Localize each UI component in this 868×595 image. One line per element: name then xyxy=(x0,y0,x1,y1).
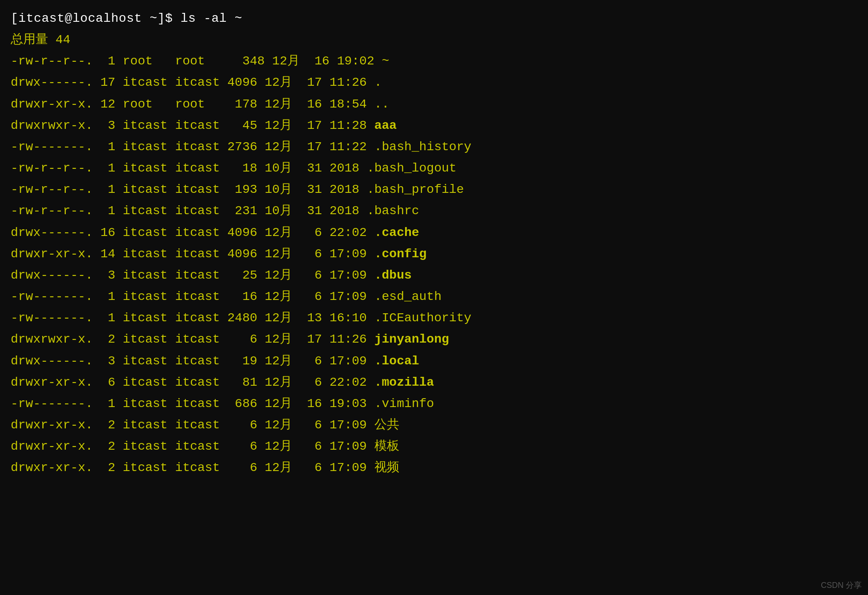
file-name-18: 模板 xyxy=(374,439,399,453)
file-listing: -rw-r--r--. 1 root root 348 12月 16 19:02… xyxy=(11,51,857,479)
file-entry-17: drwxr-xr-x. 2 itcast itcast 6 12月 6 17:0… xyxy=(11,415,857,436)
file-meta-6: -rw-r--r--. 1 itcast itcast 193 10月 31 2… xyxy=(11,183,367,196)
file-meta-5: -rw-r--r--. 1 itcast itcast 18 10月 31 20… xyxy=(11,161,367,175)
file-entry-18: drwxr-xr-x. 2 itcast itcast 6 12月 6 17:0… xyxy=(11,436,857,457)
file-entry-16: -rw-------. 1 itcast itcast 686 12月 16 1… xyxy=(11,393,857,415)
file-entry-14: drwx------. 3 itcast itcast 19 12月 6 17:… xyxy=(11,351,857,372)
file-meta-18: drwxr-xr-x. 2 itcast itcast 6 12月 6 17:0… xyxy=(11,439,374,453)
file-entry-0: -rw-r--r--. 1 root root 348 12月 16 19:02… xyxy=(11,51,857,72)
file-entry-13: drwxrwxr-x. 2 itcast itcast 6 12月 17 11:… xyxy=(11,329,857,350)
file-entry-7: -rw-r--r--. 1 itcast itcast 231 10月 31 2… xyxy=(11,200,857,222)
file-entry-6: -rw-r--r--. 1 itcast itcast 193 10月 31 2… xyxy=(11,179,857,200)
file-entry-9: drwxr-xr-x. 14 itcast itcast 4096 12月 6 … xyxy=(11,244,857,265)
file-name-15: .mozilla xyxy=(374,375,434,389)
file-meta-4: -rw-------. 1 itcast itcast 2736 12月 17 … xyxy=(11,140,374,154)
file-name-8: .cache xyxy=(374,226,419,240)
file-meta-16: -rw-------. 1 itcast itcast 686 12月 16 1… xyxy=(11,397,374,411)
watermark: CSDN 分享 xyxy=(821,580,862,591)
terminal-window: [itcast@localhost ~]$ ls -al ~ 总用量 44 -r… xyxy=(0,0,868,595)
file-name-19: 视频 xyxy=(374,461,399,475)
file-meta-15: drwxr-xr-x. 6 itcast itcast 81 12月 6 22:… xyxy=(11,375,374,389)
file-name-4: .bash_history xyxy=(374,140,471,154)
file-entry-1: drwx------. 17 itcast itcast 4096 12月 17… xyxy=(11,72,857,93)
file-name-16: .viminfo xyxy=(374,397,434,411)
file-name-13: jinyanlong xyxy=(374,332,449,346)
file-meta-9: drwxr-xr-x. 14 itcast itcast 4096 12月 6 … xyxy=(11,247,374,261)
file-meta-1: drwx------. 17 itcast itcast 4096 12月 17… xyxy=(11,76,374,89)
file-entry-10: drwx------. 3 itcast itcast 25 12月 6 17:… xyxy=(11,265,857,286)
file-entry-4: -rw-------. 1 itcast itcast 2736 12月 17 … xyxy=(11,136,857,158)
file-name-5: .bash_logout xyxy=(367,161,457,175)
file-name-17: 公共 xyxy=(374,418,399,432)
file-name-14: .local xyxy=(374,354,419,368)
file-entry-5: -rw-r--r--. 1 itcast itcast 18 10月 31 20… xyxy=(11,158,857,179)
file-entry-19: drwxr-xr-x. 2 itcast itcast 6 12月 6 17:0… xyxy=(11,457,857,479)
file-entry-3: drwxrwxr-x. 3 itcast itcast 45 12月 17 11… xyxy=(11,115,857,136)
file-name-0: ~ xyxy=(382,54,390,68)
file-entry-11: -rw-------. 1 itcast itcast 16 12月 6 17:… xyxy=(11,286,857,307)
file-meta-17: drwxr-xr-x. 2 itcast itcast 6 12月 6 17:0… xyxy=(11,418,374,432)
file-name-12: .ICEauthority xyxy=(374,311,471,325)
file-name-7: .bashrc xyxy=(367,204,419,218)
file-meta-2: drwxr-xr-x. 12 root root 178 12月 16 18:5… xyxy=(11,97,374,111)
file-entry-12: -rw-------. 1 itcast itcast 2480 12月 13 … xyxy=(11,307,857,329)
file-meta-12: -rw-------. 1 itcast itcast 2480 12月 13 … xyxy=(11,311,374,325)
file-name-3: aaa xyxy=(374,119,397,132)
file-meta-10: drwx------. 3 itcast itcast 25 12月 6 17:… xyxy=(11,268,374,282)
file-meta-0: -rw-r--r--. 1 root root 348 12月 16 19:02 xyxy=(11,54,382,68)
prompt-text: [itcast@localhost ~]$ ls -al ~ xyxy=(11,8,242,29)
total-line: 总用量 44 xyxy=(11,29,857,51)
file-name-10: .dbus xyxy=(374,268,412,282)
file-meta-7: -rw-r--r--. 1 itcast itcast 231 10月 31 2… xyxy=(11,204,367,218)
file-meta-13: drwxrwxr-x. 2 itcast itcast 6 12月 17 11:… xyxy=(11,332,374,346)
file-entry-8: drwx------. 16 itcast itcast 4096 12月 6 … xyxy=(11,222,857,244)
file-entry-2: drwxr-xr-x. 12 root root 178 12月 16 18:5… xyxy=(11,94,857,115)
file-name-6: .bash_profile xyxy=(367,183,464,196)
file-name-11: .esd_auth xyxy=(374,290,442,303)
file-meta-3: drwxrwxr-x. 3 itcast itcast 45 12月 17 11… xyxy=(11,119,374,132)
file-name-9: .config xyxy=(374,247,427,261)
file-meta-19: drwxr-xr-x. 2 itcast itcast 6 12月 6 17:0… xyxy=(11,461,374,475)
file-meta-8: drwx------. 16 itcast itcast 4096 12月 6 … xyxy=(11,226,374,240)
file-entry-15: drwxr-xr-x. 6 itcast itcast 81 12月 6 22:… xyxy=(11,372,857,393)
file-meta-11: -rw-------. 1 itcast itcast 16 12月 6 17:… xyxy=(11,290,374,303)
prompt-line: [itcast@localhost ~]$ ls -al ~ xyxy=(11,8,857,29)
file-name-2: .. xyxy=(374,97,390,111)
file-name-1: . xyxy=(374,76,382,89)
file-meta-14: drwx------. 3 itcast itcast 19 12月 6 17:… xyxy=(11,354,374,368)
